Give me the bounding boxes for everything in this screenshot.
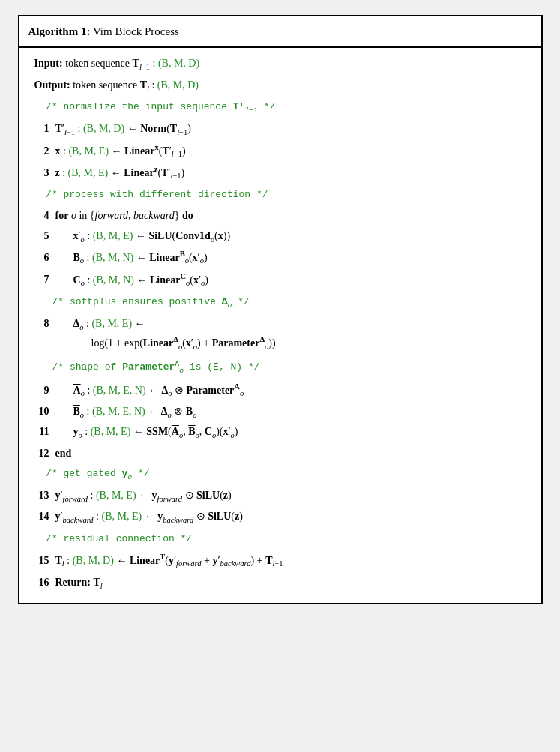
comment-direction: /* process with different direction */ (31, 187, 529, 203)
output-text: token sequence Tl : (B, M, D) (73, 79, 199, 91)
line-num-16: 16 (31, 574, 49, 591)
line-num-8: 8 (31, 316, 49, 332)
line-content-14: y′backward : (B, M, E) ← ybackward ⊙ SiL… (55, 508, 529, 527)
comment-softplus: /* softplus ensures positive Δo */ (31, 295, 529, 311)
comment-shape: /* shape of ParameterAo is (E, N) */ (31, 358, 529, 377)
algorithm-title: Vim Block Process (93, 25, 179, 37)
line-num-3: 3 (31, 165, 49, 181)
line-3: 3 z : (B, M, E) ← Linearz(T′l−1) (31, 163, 529, 183)
output-block: Output: token sequence Tl : (B, M, D) (31, 77, 529, 96)
line-num-11: 11 (31, 424, 49, 440)
line-8: 8 Δo : (B, M, E) ← log(1 + exp(LinearΔo(… (31, 316, 529, 354)
line-num-5: 5 (31, 228, 49, 244)
comment-normalize: /* normalize the input sequence T′l−1 */ (31, 100, 529, 116)
line-content-16: Return: Tl (55, 574, 529, 593)
line-content-9: Ao : (B, M, E, N) ← Δo ⊗ ParameterAo (55, 381, 529, 400)
line-15: 15 Tl : (B, M, D) ← LinearT(y′forward + … (31, 551, 529, 571)
algorithm-box: Algorithm 1: Vim Block Process Input: to… (18, 15, 543, 604)
line-num-7: 7 (31, 271, 49, 288)
line-content-8: Δo : (B, M, E) ← log(1 + exp(LinearΔo(x′… (55, 316, 529, 354)
line-4: 4 for o in {forward, backward} do (31, 208, 529, 224)
line-1: 1 T′l−1 : (B, M, D) ← Norm(Tl−1) (31, 121, 529, 139)
line-content-3: z : (B, M, E) ← Linearz(T′l−1) (55, 163, 529, 183)
line-num-15: 15 (31, 553, 49, 569)
algorithm-body: Input: token sequence Tl−1 : (B, M, D) O… (19, 48, 541, 603)
line-num-13: 13 (31, 487, 49, 504)
comment-residual: /* residual connection */ (31, 532, 529, 547)
line-content-1: T′l−1 : (B, M, D) ← Norm(Tl−1) (55, 121, 529, 139)
algorithm-header: Algorithm 1: Vim Block Process (19, 16, 541, 48)
line-num-1: 1 (31, 121, 49, 137)
line-16: 16 Return: Tl (31, 574, 529, 593)
line-num-6: 6 (31, 250, 49, 266)
line-content-4: for o in {forward, backward} do (55, 208, 529, 224)
line-7: 7 Co : (B, M, N) ← LinearCo(x′o) (31, 271, 529, 290)
line-content-2: x : (B, M, E) ← Linearx(T′l−1) (55, 142, 529, 161)
line-13: 13 y′forward : (B, M, E) ← yforward ⊙ Si… (31, 487, 529, 506)
line-content-15: Tl : (B, M, D) ← LinearT(y′forward + y′b… (55, 551, 529, 571)
line-14: 14 y′backward : (B, M, E) ← ybackward ⊙ … (31, 508, 529, 527)
line-2: 2 x : (B, M, E) ← Linearx(T′l−1) (31, 142, 529, 161)
input-block: Input: token sequence Tl−1 : (B, M, D) (31, 55, 529, 74)
line-12: 12 end (31, 445, 529, 462)
line-content-5: x′o : (B, M, E) ← SiLU(Conv1do(x)) (55, 228, 529, 247)
line-6: 6 Bo : (B, M, N) ← LinearBo(x′o) (31, 248, 529, 268)
line-content-13: y′forward : (B, M, E) ← yforward ⊙ SiLU(… (55, 487, 529, 506)
line-content-7: Co : (B, M, N) ← LinearCo(x′o) (55, 271, 529, 290)
algorithm-label: Algorithm 1: (28, 25, 91, 37)
output-label: Output: (34, 79, 70, 91)
line-content-10: Bo : (B, M, E, N) ← Δo ⊗ Bo (55, 403, 529, 422)
line-num-10: 10 (31, 403, 49, 420)
line-num-2: 2 (31, 143, 49, 160)
line-10: 10 Bo : (B, M, E, N) ← Δo ⊗ Bo (31, 403, 529, 422)
line-5: 5 x′o : (B, M, E) ← SiLU(Conv1do(x)) (31, 228, 529, 247)
input-label: Input: (34, 58, 63, 69)
line-11: 11 yo : (B, M, E) ← SSM(Ao, Bo, Co)(x′o) (31, 424, 529, 442)
comment-gated: /* get gated yo */ (31, 466, 529, 483)
line-num-14: 14 (31, 508, 49, 525)
line-9: 9 Ao : (B, M, E, N) ← Δo ⊗ ParameterAo (31, 381, 529, 400)
input-text: token sequence Tl−1 : (B, M, D) (65, 58, 199, 69)
line-num-12: 12 (31, 445, 49, 462)
line-content-11: yo : (B, M, E) ← SSM(Ao, Bo, Co)(x′o) (55, 424, 529, 442)
line-num-4: 4 (31, 208, 49, 224)
line-content-12: end (55, 445, 529, 462)
line-content-6: Bo : (B, M, N) ← LinearBo(x′o) (55, 248, 529, 268)
line-num-9: 9 (31, 382, 49, 399)
